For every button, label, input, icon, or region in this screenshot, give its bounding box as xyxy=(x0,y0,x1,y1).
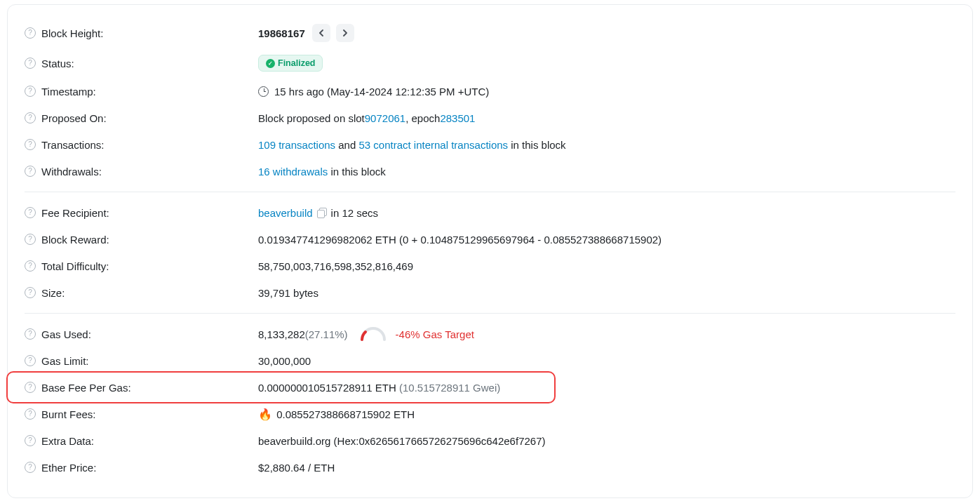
status-badge-text: Finalized xyxy=(278,58,315,68)
help-icon[interactable] xyxy=(25,408,36,420)
base-fee-gwei: (10.515728911 Gwei) xyxy=(396,382,500,394)
next-block-button[interactable] xyxy=(336,24,354,42)
gas-used-value: 8,133,282 xyxy=(258,328,305,340)
internal-transactions-link[interactable]: 53 contract internal transactions xyxy=(358,139,508,151)
help-icon[interactable] xyxy=(25,328,36,340)
help-icon[interactable] xyxy=(25,355,36,366)
timestamp-relative: 15 hrs ago xyxy=(274,86,324,98)
chevron-right-icon xyxy=(342,29,348,36)
help-icon[interactable] xyxy=(25,166,36,177)
help-icon[interactable] xyxy=(25,462,36,473)
block-height-value: 19868167 xyxy=(258,27,305,39)
gas-used-pct: (27.11%) xyxy=(305,328,348,340)
label-fee-recipient: Fee Recipient: xyxy=(41,207,109,219)
label-proposed-on: Proposed On: xyxy=(41,112,107,124)
timestamp-absolute: (May-14-2024 12:12:35 PM +UTC) xyxy=(327,86,489,98)
row-block-reward: Block Reward: 0.019347741296982062 ETH (… xyxy=(25,226,955,253)
label-gas-used: Gas Used: xyxy=(41,328,91,340)
row-burnt-fees: Burnt Fees: 🔥 0.085527388668715902 ETH xyxy=(25,401,955,427)
row-fee-recipient: Fee Recipient: beaverbuild in 12 secs xyxy=(25,199,955,226)
chevron-left-icon xyxy=(318,29,324,36)
prev-block-button[interactable] xyxy=(312,24,330,42)
help-icon[interactable] xyxy=(25,58,36,69)
row-extra-data: Extra Data: beaverbuild.org (Hex:0x62656… xyxy=(25,427,955,454)
total-difficulty-value: 58,750,003,716,598,352,816,469 xyxy=(258,260,413,272)
size-value: 39,791 bytes xyxy=(258,287,318,299)
block-reward-value: 0.019347741296982062 ETH (0 + 0.10487512… xyxy=(258,234,662,246)
epoch-link[interactable]: 283501 xyxy=(440,112,475,124)
help-icon[interactable] xyxy=(25,435,36,446)
base-fee-eth: 0.000000010515728911 ETH xyxy=(258,382,396,394)
divider xyxy=(25,313,955,314)
row-withdrawals: Withdrawals: 16 withdrawals in this bloc… xyxy=(25,158,955,185)
clock-icon xyxy=(258,86,269,97)
block-details-card: Block Height: 19868167 Status: Finalized xyxy=(7,4,973,498)
extra-data-value: beaverbuild.org (Hex:0x62656176657262756… xyxy=(258,435,546,447)
row-total-difficulty: Total Difficulty: 58,750,003,716,598,352… xyxy=(25,253,955,279)
help-icon[interactable] xyxy=(25,86,36,97)
withdrawals-suffix: in this block xyxy=(328,166,386,178)
label-total-difficulty: Total Difficulty: xyxy=(41,260,109,272)
gauge-icon xyxy=(359,327,387,341)
slot-link[interactable]: 9072061 xyxy=(365,112,405,124)
label-gas-limit: Gas Limit: xyxy=(41,355,89,367)
transactions-suffix: in this block xyxy=(508,139,566,151)
label-size: Size: xyxy=(41,287,65,299)
withdrawals-link[interactable]: 16 withdrawals xyxy=(258,166,328,178)
help-icon[interactable] xyxy=(25,112,36,123)
fee-recipient-link[interactable]: beaverbuild xyxy=(258,207,313,219)
row-proposed-on: Proposed On: Block proposed on slot 9072… xyxy=(25,105,955,131)
transactions-and: and xyxy=(335,139,358,151)
help-icon[interactable] xyxy=(25,287,36,298)
proposed-mid: , epoch xyxy=(405,112,440,124)
help-icon[interactable] xyxy=(25,260,36,272)
row-block-height: Block Height: 19868167 xyxy=(25,18,955,48)
status-badge: Finalized xyxy=(258,55,323,72)
row-gas-limit: Gas Limit: 30,000,000 xyxy=(25,347,955,374)
row-status: Status: Finalized xyxy=(25,48,955,78)
row-ether-price: Ether Price: $2,880.64 / ETH xyxy=(25,454,955,481)
label-withdrawals: Withdrawals: xyxy=(41,166,102,178)
label-transactions: Transactions: xyxy=(41,139,104,151)
label-block-height: Block Height: xyxy=(41,27,103,39)
label-base-fee: Base Fee Per Gas: xyxy=(41,382,131,394)
row-base-fee: Base Fee Per Gas: 0.000000010515728911 E… xyxy=(25,374,955,401)
help-icon[interactable] xyxy=(25,27,36,39)
ether-price-value: $2,880.64 / ETH xyxy=(258,462,335,474)
help-icon[interactable] xyxy=(25,139,36,150)
copy-icon[interactable] xyxy=(317,208,327,218)
row-timestamp: Timestamp: 15 hrs ago (May-14-2024 12:12… xyxy=(25,78,955,105)
label-timestamp: Timestamp: xyxy=(41,86,96,98)
label-burnt-fees: Burnt Fees: xyxy=(41,408,96,420)
transactions-link[interactable]: 109 transactions xyxy=(258,139,335,151)
gas-target: -46% Gas Target xyxy=(396,328,474,340)
label-ether-price: Ether Price: xyxy=(41,462,96,474)
gas-limit-value: 30,000,000 xyxy=(258,355,311,367)
row-transactions: Transactions: 109 transactions and 53 co… xyxy=(25,131,955,158)
row-size: Size: 39,791 bytes xyxy=(25,279,955,306)
label-block-reward: Block Reward: xyxy=(41,234,109,246)
help-icon[interactable] xyxy=(25,207,36,218)
label-extra-data: Extra Data: xyxy=(41,435,94,447)
help-icon[interactable] xyxy=(25,234,36,245)
proposed-prefix: Block proposed on slot xyxy=(258,112,365,124)
fire-icon: 🔥 xyxy=(258,408,272,421)
row-gas-used: Gas Used: 8,133,282 (27.11%) -46% Gas Ta… xyxy=(25,321,955,347)
divider xyxy=(25,192,955,192)
label-status: Status: xyxy=(41,58,74,69)
help-icon[interactable] xyxy=(25,382,36,393)
burnt-fees-value: 0.085527388668715902 ETH xyxy=(274,408,415,420)
check-circle-icon xyxy=(266,59,275,68)
fee-recipient-suffix: in 12 secs xyxy=(331,207,379,219)
